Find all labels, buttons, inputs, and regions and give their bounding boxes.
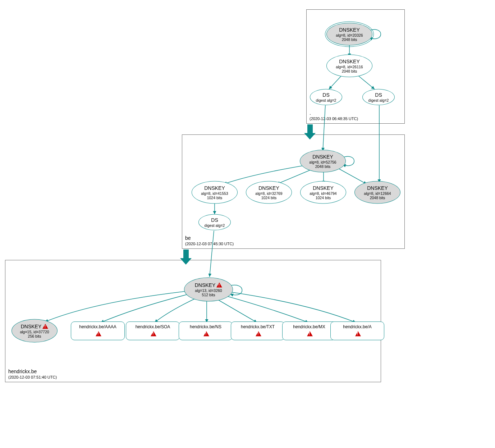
node-root-ds1: DS digest alg=2 xyxy=(310,89,342,105)
node-root-ksk: DNSKEY alg=8, id=20326 2048 bits xyxy=(326,23,372,46)
warning-icon xyxy=(151,331,156,336)
node-be-ksk: DNSKEY alg=8, id=52756 2048 bits xyxy=(300,150,346,173)
node-rr-a: hendrickx.be/A xyxy=(330,321,384,340)
node-rr-mx: hendrickx.be/MX xyxy=(282,321,336,340)
node-rr-aaaa: hendrickx.be/AAAA xyxy=(71,321,125,340)
zone-be-name: be xyxy=(185,235,234,241)
node-root-zsk: DNSKEY alg=8, id=26116 2048 bits xyxy=(326,55,372,77)
warning-icon xyxy=(256,331,261,336)
node-rr-ns: hendrickx.be/NS xyxy=(179,321,233,340)
warning-icon xyxy=(203,331,209,336)
node-be-zsk1: DNSKEY alg=8, id=41553 1024 bits xyxy=(192,181,238,204)
zone-leaf-ts: (2020-12-03 07:51:40 UTC) xyxy=(8,375,57,380)
zone-be-ts: (2020-12-03 07:45:30 UTC) xyxy=(185,241,234,246)
node-rr-soa: hendrickx.be/SOA xyxy=(126,321,180,340)
warning-icon xyxy=(216,283,222,288)
warning-icon xyxy=(355,331,361,336)
node-be-zsk3: DNSKEY alg=8, id=46794 1024 bits xyxy=(300,181,346,204)
warning-icon xyxy=(307,331,313,336)
zone-leaf-name: hendrickx.be xyxy=(8,368,57,375)
warning-icon xyxy=(42,324,48,329)
node-be-ds: DS digest alg=2 xyxy=(198,214,231,230)
zone-root-ts: (2020-12-03 06:48:35 UTC) xyxy=(310,116,358,121)
node-leaf-ksk: DNSKEY alg=13, id=3260 512 bits xyxy=(184,278,233,302)
node-be-zsk2: DNSKEY alg=8, id=32769 1024 bits xyxy=(246,181,292,204)
node-leaf-key2: DNSKEY alg=15, id=37720 256 bits xyxy=(12,319,58,343)
zone-leaf: hendrickx.be (2020-12-03 07:51:40 UTC) xyxy=(5,260,381,382)
warning-icon xyxy=(96,331,101,336)
node-be-key4: DNSKEY alg=8, id=12664 2048 bits xyxy=(354,181,400,204)
node-rr-txt: hendrickx.be/TXT xyxy=(231,321,285,340)
zone-root-name: . xyxy=(310,110,358,116)
node-root-ds2: DS digest alg=2 xyxy=(362,89,395,105)
